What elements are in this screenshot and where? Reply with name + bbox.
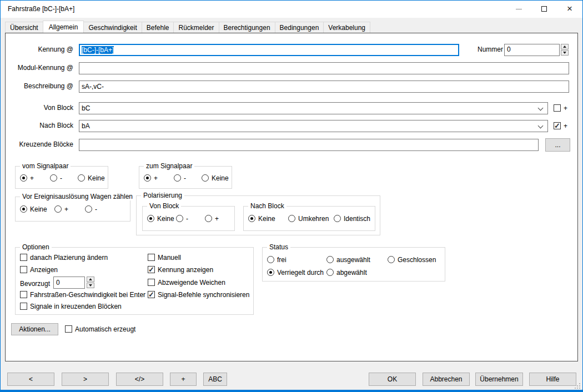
checkbox-kennung-anzeigen[interactable]: Kennung anzeigen [148,265,213,274]
checkbox-label: Signale in kreuzenden Blöcken [30,303,122,310]
radio-icon [288,215,295,222]
tab-rueckmelder[interactable]: Rückmelder [174,22,219,33]
radio-polar-nach-identisch[interactable]: Identisch [334,214,370,223]
modul-kennung-input[interactable] [79,62,569,74]
group-title: vom Signalpaar [20,162,71,170]
group-title: zum Signalpaar [144,162,194,170]
radio-status-abgewaehlt[interactable]: abgewählt [326,268,367,277]
radio-label: frei [277,256,287,264]
radio-label: Identisch [344,215,370,223]
window-title: Fahrstraße [bC-]-[bA+] [8,5,74,13]
abc-button[interactable]: ABC [203,373,227,386]
radio-zum-signalpaar-minus[interactable]: - [174,174,186,182]
resize-grip[interactable] [575,383,580,389]
radio-zum-signalpaar-plus[interactable]: + [144,174,158,182]
checkbox-label: Signal-Befehle synchronisieren [158,291,249,299]
radio-vom-signalpaar-minus[interactable]: - [50,174,62,182]
abbrechen-button[interactable]: Abbrechen [423,373,470,386]
radio-status-geschlossen[interactable]: Geschlossen [388,255,436,264]
radio-label: + [215,215,219,223]
arrow-down-icon [563,52,566,54]
checkbox-danach-plazierung[interactable]: danach Plazierung ändern [20,253,108,262]
aktionen-button[interactable]: Aktionen... [11,323,58,335]
radio-wagen-minus[interactable]: - [85,205,97,213]
tab-allgemein[interactable]: Allgemein [43,21,84,33]
arrow-down-icon [89,284,92,287]
tab-uebersicht[interactable]: Übersicht [5,22,43,33]
radio-label: Keine [30,205,47,213]
checkbox-manuell[interactable]: Manuell [148,253,181,262]
nummer-spin-up-button[interactable] [561,44,569,49]
beschreibung-input[interactable] [79,81,569,93]
checkbox-fahrstrassen-geschwindigkeit[interactable]: Fahrstraßen-Geschwindigkeit bei Enter [20,290,145,299]
nummer-input[interactable]: 0 [504,44,560,56]
tab-befehle[interactable]: Befehle [142,22,174,33]
tab-geschwindigkeit[interactable]: Geschwindigkeit [84,22,142,33]
kreuzende-bloecke-label: Kreuzende Blöcke [6,140,73,148]
checkbox-label: Kennung anzeigen [158,266,213,274]
nach-block-combobox[interactable]: bA [79,120,548,132]
tab-content-panel: Kennung @ [bC-]-[bA+] Nummer 0 Modul-Ken… [5,33,578,361]
tab-bar: Übersicht Allgemein Geschwindigkeit Befe… [5,22,370,33]
group-title: Von Block [147,202,181,210]
radio-status-ausgewaehlt[interactable]: ausgewählt [326,255,370,264]
group-title: Nach Block [248,202,287,210]
add-button[interactable]: + [170,373,197,386]
ok-button[interactable]: OK [369,373,416,386]
kennung-label: Kennung @ [6,46,73,53]
radio-vom-signalpaar-plus[interactable]: + [20,174,34,182]
nav-previous-button[interactable]: < [7,373,54,386]
radio-status-frei[interactable]: frei [267,255,287,264]
von-block-combobox[interactable]: bC [79,102,548,114]
radio-polar-von-plus[interactable]: + [205,214,219,223]
radio-icon [147,215,154,222]
radio-icon [202,174,209,182]
hilfe-button[interactable]: Hilfe [529,373,576,386]
radio-polar-nach-umkehren[interactable]: Umkehren [288,214,329,223]
group-title: Optionen [20,243,52,251]
close-button[interactable]: × [557,1,582,17]
radio-polar-von-minus[interactable]: - [176,214,188,223]
nummer-spinner [561,44,569,56]
tab-berechtigungen[interactable]: Berechtigungen [219,22,275,33]
von-block-plus-checkbox[interactable]: + [554,104,567,112]
kennung-input[interactable]: [bC-]-[bA+] [79,44,459,56]
radio-zum-signalpaar-keine[interactable]: Keine [202,174,229,182]
nach-block-plus-checkbox[interactable]: + [554,122,567,130]
kreuzende-bloecke-input[interactable] [79,139,539,151]
uebernehmen-button[interactable]: Übernehmen [475,373,523,386]
bevorzugt-spin-up-button[interactable] [87,277,94,282]
checkbox-signale-kreuzende[interactable]: Signale in kreuzenden Blöcken [20,302,122,310]
tab-bedingungen[interactable]: Bedingungen [275,22,324,33]
checkbox-automatisch-erzeugt[interactable]: Automatisch erzeugt [65,325,135,333]
radio-wagen-keine[interactable]: Keine [20,205,47,213]
checkbox-anzeigen[interactable]: Anzeigen [20,265,58,274]
radio-label: Geschlossen [398,256,436,264]
checkbox-signal-befehle-sync[interactable]: Signal-Befehle synchronisieren [148,290,249,299]
group-title: Vor Ereignisauslösung Wagen zählen [20,193,135,200]
code-button[interactable]: </> [116,373,163,386]
nummer-spin-down-button[interactable] [561,50,569,56]
checkbox-abzweigende-weichen[interactable]: Abzweigende Weichen [148,278,225,287]
bevorzugt-spinner [87,277,94,289]
nav-next-button[interactable]: > [62,373,109,386]
maximize-button[interactable] [531,1,557,17]
radio-label: Verriegelt durch [277,269,324,277]
minimize-button[interactable] [506,1,531,17]
group-status: Status frei ausgewählt Geschlossen Verri… [262,247,445,282]
radio-status-verriegelt[interactable]: Verriegelt durch [267,268,324,277]
radio-label: ausgewählt [336,256,370,264]
modul-kennung-label: Modul-Kennung @ [6,64,73,72]
bevorzugt-input[interactable] [53,277,85,289]
bevorzugt-spin-down-button[interactable] [87,283,94,288]
tab-verkabelung[interactable]: Verkabelung [324,22,370,33]
radio-wagen-plus[interactable]: + [54,205,68,213]
radio-polar-von-keine[interactable]: Keine [147,214,174,223]
caption-buttons: × [506,1,582,17]
titlebar[interactable]: Fahrstraße [bC-]-[bA+] × [1,1,582,18]
radio-polar-nach-keine[interactable]: Keine [248,214,275,223]
radio-label: - [95,205,97,213]
radio-vom-signalpaar-keine[interactable]: Keine [78,174,105,182]
group-title: Polarisierung [141,192,184,199]
kreuzende-bloecke-browse-button[interactable]: ... [545,138,570,152]
